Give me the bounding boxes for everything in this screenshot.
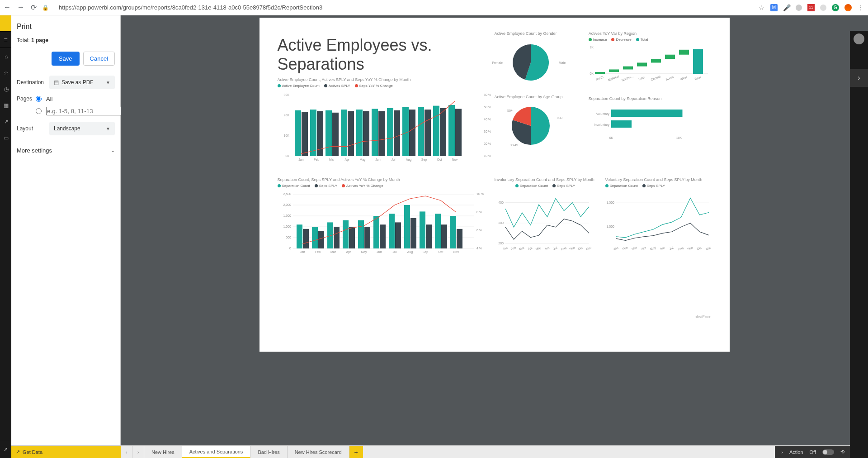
chart3: 2K0KNorthMidwestNorthw...EastCentralSout… bbox=[589, 44, 711, 87]
bookmark-toggle[interactable] bbox=[822, 449, 834, 455]
svg-rect-37 bbox=[433, 106, 439, 156]
clock-icon[interactable]: ◷ bbox=[0, 85, 11, 93]
svg-text:8 %: 8 % bbox=[476, 210, 482, 214]
ext-icon-grey2[interactable] bbox=[820, 5, 826, 11]
svg-text:Nov: Nov bbox=[705, 246, 712, 251]
svg-text:May: May bbox=[649, 246, 656, 251]
chart2-title: Active Employee Count by Gender bbox=[495, 31, 580, 36]
svg-text:Apr: Apr bbox=[346, 250, 351, 254]
chart3-legend: Increase Decrease Total bbox=[589, 38, 712, 42]
svg-text:Nov: Nov bbox=[453, 250, 459, 253]
pages-custom-radio[interactable] bbox=[36, 108, 42, 114]
svg-text:10 %: 10 % bbox=[484, 154, 491, 157]
logo-tile[interactable] bbox=[0, 15, 11, 32]
page-tab[interactable]: Actives and Separations bbox=[182, 446, 251, 458]
svg-text:Feb: Feb bbox=[510, 246, 516, 251]
ext-icon-green[interactable]: G bbox=[832, 4, 839, 11]
ext-icon-red[interactable]: 11 bbox=[807, 4, 815, 11]
url-bar[interactable]: https://app.powerbi.com/groups/me/report… bbox=[54, 2, 752, 13]
svg-rect-17 bbox=[332, 113, 339, 156]
svg-text:Jul: Jul bbox=[391, 158, 395, 161]
chart6-title: Separation Count, Seps SPLY and Actives … bbox=[278, 177, 486, 182]
svg-text:Feb: Feb bbox=[622, 246, 628, 251]
svg-text:2,000: 2,000 bbox=[283, 203, 291, 206]
kebab-icon[interactable]: ⋮ bbox=[857, 4, 864, 11]
off-label: Off bbox=[810, 449, 816, 455]
print-title: Print bbox=[17, 23, 115, 31]
hamburger-icon[interactable]: ≡ bbox=[0, 32, 11, 48]
star-nav-icon[interactable]: ☆ bbox=[0, 69, 11, 77]
pages-custom-input[interactable] bbox=[46, 107, 124, 115]
more-settings-toggle[interactable]: More settings ⌄ bbox=[17, 142, 115, 154]
page-tab[interactable]: New Hires Scorecard bbox=[288, 446, 349, 458]
svg-rect-108 bbox=[395, 222, 401, 248]
svg-text:30K: 30K bbox=[283, 93, 289, 96]
destination-select[interactable]: ▤Save as PDF ▼ bbox=[49, 76, 115, 89]
chevron-down-icon: ⌄ bbox=[111, 148, 115, 153]
cancel-button[interactable]: Cancel bbox=[83, 52, 115, 66]
action-label[interactable]: Action bbox=[789, 449, 803, 455]
svg-rect-53 bbox=[609, 69, 619, 72]
avatar[interactable] bbox=[854, 33, 864, 44]
star-icon[interactable]: ☆ bbox=[758, 4, 765, 11]
apps-icon[interactable]: ▦ bbox=[0, 101, 11, 110]
pages-all-radio[interactable] bbox=[36, 96, 42, 102]
svg-rect-34 bbox=[418, 107, 424, 156]
workspace-icon[interactable]: ▭ bbox=[0, 134, 11, 142]
chart4: 50+<3030-49 bbox=[495, 101, 567, 151]
svg-text:Apr: Apr bbox=[527, 246, 533, 251]
print-total: Total: 1 page bbox=[17, 37, 115, 43]
svg-text:300: 300 bbox=[498, 221, 504, 224]
svg-rect-20 bbox=[348, 111, 354, 156]
svg-rect-102 bbox=[364, 227, 370, 248]
layout-select[interactable]: Landscape ▼ bbox=[49, 122, 115, 135]
svg-text:Aug: Aug bbox=[677, 246, 684, 251]
svg-text:30-49: 30-49 bbox=[510, 143, 518, 147]
page-tab[interactable]: Bad Hires bbox=[250, 446, 287, 458]
svg-text:10 %: 10 % bbox=[476, 192, 484, 196]
svg-rect-113 bbox=[420, 211, 425, 248]
reset-icon[interactable]: ⟲ bbox=[840, 449, 844, 455]
get-data-bar[interactable]: ↗ Get Data bbox=[11, 446, 121, 458]
chart6: 05001,0001,5002,0002,5004 %6 %8 %10 %Jan… bbox=[278, 191, 486, 263]
chart1-title: Active Employee Count, Actives SPLY and … bbox=[278, 77, 486, 82]
home-icon[interactable]: ⌂ bbox=[0, 52, 11, 61]
svg-rect-96 bbox=[334, 227, 340, 248]
svg-text:0: 0 bbox=[289, 247, 291, 250]
chart1: 0K10K20K30K10 %20 %30 %40 %50 %60 %JanFe… bbox=[278, 91, 486, 167]
ext-icon-orange[interactable] bbox=[844, 4, 852, 11]
reload-icon[interactable]: ⟳ bbox=[31, 3, 37, 12]
svg-text:May: May bbox=[535, 246, 542, 251]
page-tab[interactable]: New Hires bbox=[144, 446, 182, 458]
add-tab-button[interactable]: + bbox=[349, 446, 363, 458]
back-icon[interactable]: ← bbox=[4, 3, 11, 12]
svg-text:Northw...: Northw... bbox=[621, 75, 634, 82]
tab-prev-button[interactable]: ‹ bbox=[121, 446, 132, 458]
svg-rect-98 bbox=[343, 220, 349, 248]
svg-text:Jul: Jul bbox=[392, 250, 396, 253]
tab-next-button[interactable]: › bbox=[132, 446, 144, 458]
ext-icon-grey[interactable] bbox=[796, 5, 802, 11]
svg-text:0K: 0K bbox=[609, 136, 613, 139]
forward-icon[interactable]: → bbox=[17, 3, 24, 12]
svg-text:Oct: Oct bbox=[696, 246, 702, 250]
share-icon[interactable]: ↗ bbox=[0, 118, 11, 126]
svg-rect-29 bbox=[394, 110, 400, 156]
svg-rect-35 bbox=[425, 110, 431, 156]
svg-text:West: West bbox=[679, 76, 687, 81]
expand-pane-icon[interactable]: › bbox=[850, 69, 868, 87]
get-data-button[interactable]: ↗ bbox=[0, 441, 11, 458]
chart8-legend: Separation Count Seps SPLY bbox=[605, 184, 712, 188]
print-panel: Print Total: 1 page Save Cancel Destinat… bbox=[11, 15, 121, 458]
svg-text:Oct: Oct bbox=[577, 246, 583, 250]
action-chevron-icon: › bbox=[781, 449, 783, 455]
mic-icon[interactable]: 🎤 bbox=[783, 4, 790, 11]
svg-rect-68 bbox=[611, 110, 683, 117]
ext-icon-1[interactable]: M bbox=[770, 4, 778, 11]
chart7-title: Involuntary Separation Count and Seps SP… bbox=[495, 177, 596, 182]
chart7-legend: Separation Count Seps SPLY bbox=[495, 184, 596, 188]
svg-text:6 %: 6 % bbox=[476, 229, 482, 232]
svg-text:Mar: Mar bbox=[329, 158, 335, 161]
svg-text:Sep: Sep bbox=[422, 250, 428, 254]
save-button[interactable]: Save bbox=[52, 52, 80, 66]
